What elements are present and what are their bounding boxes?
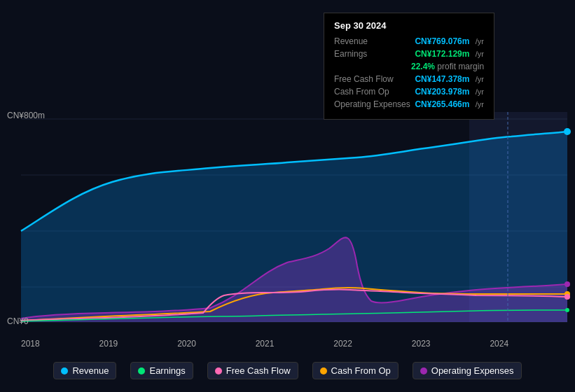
x-label-2021: 2021 <box>256 339 275 349</box>
tooltip-earnings-row: Earnings CN¥172.129m /yr <box>334 49 484 59</box>
tooltip-date: Sep 30 2024 <box>334 20 484 31</box>
svg-point-8 <box>564 281 570 287</box>
svg-point-10 <box>564 294 570 300</box>
legend-fcf[interactable]: Free Cash Flow <box>207 362 298 379</box>
x-label-2024: 2024 <box>490 339 508 349</box>
legend-fcf-dot <box>215 368 222 374</box>
tooltip-opex-label: Operating Expenses <box>334 99 411 109</box>
x-label-2019: 2019 <box>99 339 118 349</box>
tooltip-opex-value: CN¥265.466m <box>415 99 469 109</box>
legend-revenue-dot <box>61 368 68 374</box>
legend-revenue-label: Revenue <box>72 365 109 376</box>
x-label-2022: 2022 <box>333 339 352 349</box>
tooltip-fcf-unit: /yr <box>476 75 484 83</box>
legend-earnings-dot <box>138 368 145 374</box>
tooltip-margin-row: 22.4% profit margin <box>334 62 484 71</box>
tooltip-revenue-row: Revenue CN¥769.076m /yr <box>334 36 484 46</box>
tooltip-cashop-unit: /yr <box>476 88 484 96</box>
svg-point-7 <box>564 128 571 135</box>
legend-earnings[interactable]: Earnings <box>130 362 193 379</box>
tooltip-margin-pct: 22.4% <box>411 62 435 71</box>
legend-cashop-label: Cash From Op <box>331 365 391 376</box>
legend-opex-label: Operating Expenses <box>431 365 514 376</box>
legend-cashop[interactable]: Cash From Op <box>312 362 399 379</box>
tooltip-opex-unit: /yr <box>476 100 484 108</box>
legend-cashop-dot <box>320 368 327 374</box>
tooltip-cashop-row: Cash From Op CN¥203.978m /yr <box>334 87 484 97</box>
tooltip-revenue-value: CN¥769.076m <box>415 36 469 46</box>
x-label-2020: 2020 <box>177 339 196 349</box>
svg-point-11 <box>565 308 569 312</box>
tooltip-cashop-value: CN¥203.978m <box>415 87 469 97</box>
legend-fcf-label: Free Cash Flow <box>226 365 291 376</box>
tooltip-cashop-label: Cash From Op <box>334 87 411 97</box>
x-label-2023: 2023 <box>412 339 431 349</box>
tooltip-fcf-value: CN¥147.378m <box>415 74 469 84</box>
tooltip-revenue-unit: /yr <box>476 37 484 46</box>
tooltip-margin-text: profit margin <box>435 62 484 71</box>
tooltip-opex-row: Operating Expenses CN¥265.466m /yr <box>334 99 484 109</box>
y-axis-top-label: CN¥800m <box>7 111 45 120</box>
chart-legend: Revenue Earnings Free Cash Flow Cash Fro… <box>0 362 575 379</box>
tooltip-revenue-label: Revenue <box>334 36 411 46</box>
legend-opex[interactable]: Operating Expenses <box>413 362 522 379</box>
y-axis-zero-label: CN¥0 <box>7 316 29 326</box>
tooltip-fcf-label: Free Cash Flow <box>334 74 411 84</box>
tooltip-earnings-value: CN¥172.129m <box>415 49 469 59</box>
x-label-2018: 2018 <box>21 339 40 349</box>
tooltip-earnings-unit: /yr <box>476 50 484 58</box>
legend-revenue[interactable]: Revenue <box>53 362 116 379</box>
tooltip-fcf-row: Free Cash Flow CN¥147.378m /yr <box>334 74 484 84</box>
x-axis-labels: 2018 2019 2020 2021 2022 2023 2024 <box>21 339 568 349</box>
data-tooltip: Sep 30 2024 Revenue CN¥769.076m /yr Earn… <box>324 13 494 120</box>
legend-earnings-label: Earnings <box>149 365 185 376</box>
tooltip-earnings-label: Earnings <box>334 49 411 59</box>
legend-opex-dot <box>420 368 427 374</box>
